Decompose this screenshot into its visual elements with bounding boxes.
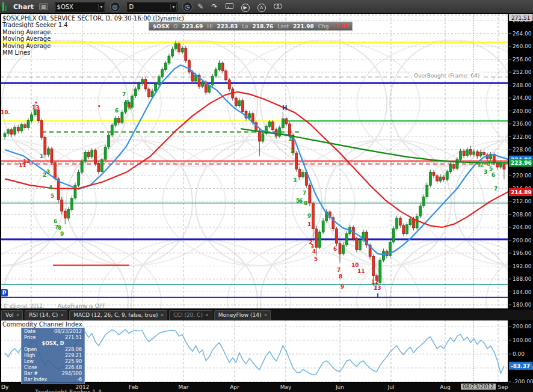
candlestick — [460, 151, 462, 159]
time-axis[interactable]: Dy Tradesight Seeker 1.4 2012FebMarAprMa… — [0, 383, 533, 392]
tooltip-row: Low225.90 — [22, 359, 84, 365]
annotation-10.: 10. — [1, 109, 10, 115]
price-axis-label: 256.00 — [513, 57, 532, 63]
play-icon: ▶ — [241, 4, 250, 12]
time-label-may: May — [280, 384, 292, 390]
annotation-9: 9 — [340, 284, 344, 290]
annotation-•: • — [411, 221, 415, 227]
candlestick — [10, 130, 13, 135]
cci-axis-label: 100.00 — [513, 337, 532, 343]
tab-label: Vol — [5, 312, 13, 318]
candlestick — [379, 260, 381, 283]
candlestick — [335, 229, 337, 243]
candlestick — [202, 82, 204, 87]
tab-macd[interactable]: MACD (12, 26, C, 9, false, true)× — [69, 310, 167, 320]
candlestick — [479, 152, 482, 156]
time-label-apr: Apr — [230, 384, 239, 390]
charting-app: Chart ▦ $OSX ▾ ◎ D ▾ ◷ ✎ ↷ ▶ A OverBough… — [0, 0, 533, 392]
annotation-8: 8 — [58, 225, 61, 231]
tab-cci[interactable]: CCI (20, C)× — [169, 310, 212, 320]
interval-dropdown[interactable]: D ▾ — [127, 2, 177, 12]
symbol-dropdown[interactable]: $OSX ▾ — [55, 2, 105, 12]
annotation-10: 10 — [351, 262, 359, 268]
candlestick — [302, 173, 304, 177]
candlestick — [51, 149, 53, 162]
candlestick — [456, 159, 458, 168]
cci-axis-label: 0.00 — [513, 351, 525, 357]
interval-value: D — [129, 4, 134, 10]
candlestick — [312, 203, 314, 229]
candlestick — [134, 89, 137, 96]
candlestick — [181, 48, 183, 52]
tab-label: CCI (20, C) — [173, 312, 203, 318]
redo-arrow-button[interactable]: ↷ — [209, 1, 220, 13]
candlestick — [241, 100, 244, 111]
price-axis-label: 264.00 — [513, 31, 532, 37]
candlestick — [238, 100, 241, 106]
annotation-3: 3 — [293, 177, 297, 183]
candlestick — [295, 153, 298, 169]
auto-circle-button[interactable]: A — [255, 1, 268, 13]
quote-label-last: Last — [277, 23, 289, 29]
close-icon[interactable]: × — [264, 313, 268, 317]
candlestick — [319, 232, 321, 247]
annotation-7: 7 — [303, 190, 306, 196]
candlestick — [268, 122, 271, 127]
candlestick — [422, 197, 425, 206]
quote-value-hi: 223.83 — [217, 23, 238, 29]
candlestick — [84, 152, 87, 161]
link-button[interactable] — [271, 1, 285, 13]
annotation-6: 6 — [333, 246, 337, 252]
chevron-down-icon[interactable]: ▾ — [170, 4, 175, 10]
candlestick — [104, 147, 106, 159]
candlestick — [372, 256, 375, 275]
candlestick — [81, 161, 83, 173]
candlestick — [466, 150, 469, 156]
chevron-down-icon[interactable]: ▾ — [98, 4, 103, 10]
price-axis-label: 228.00 — [513, 147, 532, 153]
history-clock-button[interactable]: ◷ — [182, 2, 193, 12]
candlestick — [44, 138, 46, 155]
candlestick — [258, 131, 260, 141]
copyright-label: © eSignal, 2012. — [3, 304, 44, 309]
main-chart-canvas[interactable]: OverBought (Frame: 64)10.131211••1234567… — [0, 13, 533, 310]
annotation-12: 12 — [371, 279, 379, 285]
price-axis-label: 236.00 — [513, 121, 532, 127]
candlestick — [101, 159, 103, 171]
tab-vol[interactable]: Vol× — [1, 310, 23, 320]
tab-label: MoneyFlow (14) — [218, 312, 262, 318]
candlestick — [27, 121, 29, 128]
price-axis-label: 220.00 — [513, 173, 532, 179]
chart-badge-icon: ▦ — [39, 3, 48, 10]
close-icon[interactable]: × — [160, 313, 164, 317]
quote-label-chg: Chg — [318, 23, 329, 29]
quote-value-chg: -1.98 — [333, 23, 348, 29]
candlestick — [469, 149, 472, 155]
draw-pencil-button[interactable]: ✎ — [196, 1, 206, 13]
candlestick — [31, 115, 33, 121]
quote-bubble-button[interactable] — [223, 1, 236, 13]
play-circle-button[interactable]: ▶ — [239, 1, 252, 13]
candlestick — [476, 152, 478, 156]
candlestick — [218, 63, 220, 70]
a-circle-icon: A — [257, 4, 266, 12]
chart-tab[interactable]: Chart — [11, 2, 36, 12]
annotation-6: 6 — [491, 172, 495, 178]
quote-value-lo: 218.76 — [253, 23, 274, 29]
tab-moneyflow[interactable]: MoneyFlow (14)× — [214, 310, 271, 320]
candlestick — [23, 124, 26, 127]
annotation-1: 1 — [40, 153, 43, 159]
symbol-go-button[interactable]: ◎ — [110, 2, 120, 12]
annotation-L: L — [377, 293, 381, 299]
candlestick — [144, 79, 147, 89]
tooltip-row: Open228.06 — [22, 347, 84, 353]
candlestick — [433, 173, 435, 176]
p-badge[interactable]: P — [1, 289, 8, 296]
close-icon[interactable]: × — [60, 313, 64, 317]
tab-rsi[interactable]: RSI (14, C)× — [25, 310, 67, 320]
close-icon[interactable]: × — [16, 313, 19, 317]
quote-value-last: 221.98 — [293, 23, 314, 29]
quote-symbol: $OSX — [153, 23, 169, 29]
candlestick — [315, 229, 318, 248]
close-icon[interactable]: × — [205, 313, 209, 317]
